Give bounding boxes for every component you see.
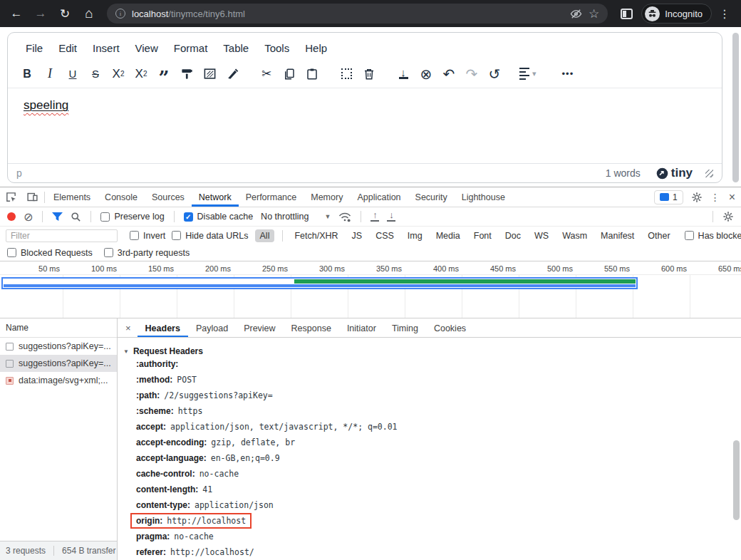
filter-type-other[interactable]: Other bbox=[644, 229, 673, 242]
home-icon[interactable]: ⌂ bbox=[78, 3, 100, 24]
delete-icon[interactable] bbox=[360, 65, 378, 83]
paste-icon[interactable] bbox=[303, 65, 321, 83]
menu-format[interactable]: Format bbox=[166, 39, 216, 57]
has-blocked-cookies-toggle[interactable]: Has blocked cookies bbox=[685, 231, 741, 241]
third-party-requests-toggle[interactable]: 3rd-party requests bbox=[104, 248, 190, 258]
blocked-requests-toggle[interactable]: Blocked Requests bbox=[7, 248, 93, 258]
device-toolbar-icon[interactable] bbox=[21, 187, 43, 207]
detail-tab-response[interactable]: Response bbox=[284, 319, 339, 337]
menu-file[interactable]: File bbox=[18, 39, 51, 57]
filter-type-js[interactable]: JS bbox=[348, 229, 366, 242]
menu-table[interactable]: Table bbox=[215, 39, 256, 57]
request-row[interactable]: suggestions?apiKey=... bbox=[0, 338, 117, 355]
forward-icon[interactable]: → bbox=[30, 3, 51, 24]
copy-icon[interactable] bbox=[280, 65, 299, 83]
url-text[interactable]: localhost/tinymce/tiny6.html bbox=[132, 9, 245, 19]
tab-network[interactable]: Network bbox=[192, 187, 239, 207]
inspect-element-icon[interactable] bbox=[0, 187, 21, 207]
clear-icon[interactable]: ⊘ bbox=[24, 210, 33, 224]
filter-type-font[interactable]: Font bbox=[470, 229, 495, 242]
detail-tab-timing[interactable]: Timing bbox=[384, 319, 426, 337]
bookmark-star-icon[interactable]: ☆ bbox=[589, 6, 599, 21]
site-info-icon[interactable]: i bbox=[115, 9, 125, 19]
menu-insert[interactable]: Insert bbox=[85, 39, 128, 57]
issues-badge[interactable]: 1 bbox=[654, 190, 683, 204]
tab-memory[interactable]: Memory bbox=[304, 187, 350, 207]
select-all-icon[interactable] bbox=[337, 65, 356, 83]
record-icon[interactable] bbox=[7, 212, 16, 221]
detail-tab-preview[interactable]: Preview bbox=[236, 319, 283, 337]
filter-type-ws[interactable]: WS bbox=[531, 229, 552, 242]
export-icon[interactable]: ↓ bbox=[394, 65, 413, 83]
detail-tab-cookies[interactable]: Cookies bbox=[426, 319, 474, 337]
reload-icon[interactable]: ↻ bbox=[54, 3, 76, 24]
detail-tab-payload[interactable]: Payload bbox=[188, 319, 236, 337]
preserve-log-toggle[interactable]: Preserve log bbox=[100, 212, 164, 222]
hide-data-urls-toggle[interactable]: Hide data URLs bbox=[172, 231, 248, 241]
menu-tools[interactable]: Tools bbox=[256, 39, 297, 57]
filter-type-doc[interactable]: Doc bbox=[502, 229, 524, 242]
misspelled-word[interactable]: speeling bbox=[24, 98, 68, 112]
menu-view[interactable]: View bbox=[128, 39, 166, 57]
has-blocked-cookies-checkbox[interactable] bbox=[685, 231, 694, 240]
tab-elements[interactable]: Elements bbox=[46, 187, 98, 207]
tab-sources[interactable]: Sources bbox=[145, 187, 192, 207]
devtools-close-icon[interactable]: × bbox=[723, 187, 741, 207]
bold-icon[interactable]: B bbox=[18, 65, 36, 83]
superscript-icon[interactable]: X2 bbox=[132, 65, 150, 83]
request-row-selected[interactable]: suggestions?apiKey=... bbox=[0, 355, 117, 372]
subscript-icon[interactable]: X2 bbox=[109, 65, 128, 83]
tab-application[interactable]: Application bbox=[350, 187, 408, 207]
filter-type-all[interactable]: All bbox=[255, 229, 275, 242]
restore-draft-icon[interactable]: ↺ bbox=[485, 65, 504, 83]
menu-help[interactable]: Help bbox=[297, 39, 335, 57]
network-settings-icon[interactable] bbox=[722, 211, 734, 222]
tiny-branding[interactable]: tiny bbox=[656, 166, 693, 180]
hide-data-urls-checkbox[interactable] bbox=[172, 231, 181, 240]
italic-icon[interactable]: I bbox=[41, 65, 59, 83]
throttling-dropdown[interactable]: No throttling ▼ bbox=[261, 212, 331, 222]
request-row[interactable]: data:image/svg+xml;... bbox=[0, 372, 117, 389]
filter-type-img[interactable]: Img bbox=[404, 229, 426, 242]
redo-icon[interactable]: ↷ bbox=[462, 65, 481, 83]
detail-scrollbar[interactable] bbox=[733, 440, 740, 520]
network-conditions-icon[interactable] bbox=[338, 212, 351, 222]
filter-type-css[interactable]: CSS bbox=[372, 229, 398, 242]
export-har-icon[interactable]: ↓ bbox=[387, 212, 395, 222]
format-painter-icon[interactable] bbox=[177, 65, 196, 83]
detail-close-icon[interactable]: × bbox=[119, 323, 138, 333]
devtools-settings-icon[interactable] bbox=[686, 187, 708, 207]
eye-blocked-icon[interactable] bbox=[570, 8, 582, 20]
align-dropdown[interactable]: ▾ bbox=[519, 65, 537, 83]
tab-console[interactable]: Console bbox=[98, 187, 145, 207]
undo-icon[interactable]: ↶ bbox=[440, 65, 458, 83]
word-count[interactable]: 1 words bbox=[606, 167, 641, 179]
editor-content[interactable]: speeling bbox=[8, 88, 722, 163]
network-filter-input[interactable] bbox=[6, 229, 118, 242]
filter-type-media[interactable]: Media bbox=[432, 229, 464, 242]
element-path[interactable]: p bbox=[16, 167, 22, 179]
tab-lighthouse[interactable]: Lighthouse bbox=[455, 187, 512, 207]
image-icon[interactable] bbox=[200, 65, 219, 83]
cancel-icon[interactable]: ⊗ bbox=[417, 65, 435, 83]
tab-performance[interactable]: Performance bbox=[239, 187, 304, 207]
more-toolbar-icon[interactable]: ••• bbox=[562, 65, 574, 83]
filter-type-fetch-xhr[interactable]: Fetch/XHR bbox=[291, 229, 341, 242]
overview-request-bar[interactable] bbox=[1, 277, 638, 289]
side-panel-icon[interactable] bbox=[621, 9, 633, 19]
request-headers-title[interactable]: ▼ Request Headers bbox=[123, 346, 741, 356]
strikethrough-icon[interactable]: S bbox=[86, 65, 105, 83]
address-bar[interactable]: i localhost/tinymce/tiny6.html ☆ bbox=[107, 4, 608, 24]
third-party-requests-checkbox[interactable] bbox=[104, 248, 113, 257]
blocked-requests-checkbox[interactable] bbox=[7, 248, 16, 257]
underline-icon[interactable]: U bbox=[63, 65, 82, 83]
invert-checkbox[interactable] bbox=[130, 231, 139, 240]
preserve-log-checkbox[interactable] bbox=[100, 212, 110, 222]
back-icon[interactable]: ← bbox=[6, 3, 27, 24]
detail-tab-headers[interactable]: Headers bbox=[138, 319, 188, 337]
requests-name-header[interactable]: Name bbox=[0, 318, 117, 338]
disable-cache-checkbox[interactable]: ✓ bbox=[184, 212, 193, 222]
resize-handle[interactable] bbox=[705, 170, 713, 177]
blockquote-icon[interactable]: ” bbox=[155, 65, 173, 83]
network-overview-timeline[interactable]: 50 ms 100 ms 150 ms 200 ms 250 ms 300 ms… bbox=[0, 261, 741, 318]
